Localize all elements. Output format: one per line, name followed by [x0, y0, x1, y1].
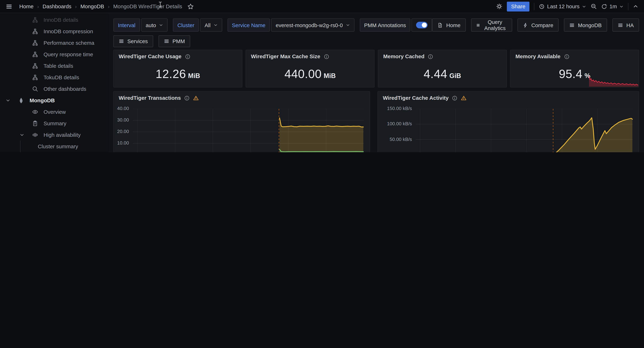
sidebar-item-overview[interactable]: Overview — [0, 106, 108, 118]
sidebar-item-query-response-time[interactable]: Query response time — [0, 48, 108, 60]
sidebar-item-label: Performance schema — [44, 40, 94, 46]
panel-wiredtiger-transactions: WiredTiger Transactions 0.0010.0020.0030… — [114, 91, 370, 152]
panel-title[interactable]: WiredTiger Max Cache Size — [251, 54, 320, 60]
home-link-button[interactable]: Home — [432, 18, 466, 32]
service-name-value: everest-mongodb-w2g-rs0-0 — [276, 22, 343, 28]
mongodb-menu-button[interactable]: MongoDB — [564, 18, 607, 32]
cluster-select[interactable]: All — [200, 18, 222, 32]
sidebar-item-label: InnoDB details — [44, 17, 78, 23]
chevron-down-icon[interactable] — [6, 98, 18, 102]
sidebar-item-tokudb-details[interactable]: TokuDB details — [0, 72, 108, 83]
panel-title[interactable]: Memory Cached — [383, 54, 424, 60]
breadcrumb-separator: › — [37, 4, 39, 9]
service-name-select[interactable]: everest-mongodb-w2g-rs0-0 — [271, 18, 354, 32]
sidebar-item-mongodb[interactable]: MongoDB — [0, 94, 108, 106]
compare-link-button[interactable]: Compare — [518, 18, 559, 32]
y-axis-tick: 30.00 — [117, 118, 129, 122]
y-axis-tick: 50.00 kB/s — [390, 136, 412, 142]
stat-row: WiredTiger Cache Usage 12.26MiB WiredTig… — [114, 50, 639, 87]
y-axis: 0.0010.0020.0030.0040.00 — [114, 109, 133, 152]
compare-link-label: Compare — [531, 22, 553, 28]
info-icon[interactable] — [428, 54, 434, 59]
sitemap-icon — [32, 40, 39, 46]
info-icon[interactable] — [564, 54, 570, 59]
y-axis-tick: 10.00 — [117, 140, 129, 145]
sidebar-item-cluster-summary[interactable]: Cluster summary — [0, 140, 108, 152]
sidebar-item-performance-schema[interactable]: Performance schema — [0, 37, 108, 48]
panel-memory-cached: Memory Cached 4.44GiB — [378, 50, 507, 87]
collapse-topbar-chevron-up-icon[interactable] — [633, 4, 638, 9]
waveform-icon — [32, 132, 39, 138]
chevron-down-icon[interactable] — [20, 132, 32, 137]
cluster-value: All — [204, 22, 210, 28]
panel-wiredtiger-max-cache-size: WiredTiger Max Cache Size 440.00MiB — [246, 50, 374, 87]
y-axis-tick: 150.00 kB/s — [387, 106, 412, 111]
refresh-button[interactable]: 1m — [601, 3, 624, 9]
y-axis-tick: 20.00 — [117, 129, 129, 134]
sidebar-item-table-details[interactable]: Table details — [0, 60, 108, 72]
pmm-annotations-label: PMM Annotations — [360, 18, 410, 32]
sidebar-item-label: Other dashboards — [44, 86, 86, 92]
panel-title[interactable]: WiredTiger Cache Activity — [383, 95, 448, 101]
panel-memory-available: Memory Available 95.4% — [510, 50, 639, 87]
ha-menu-button[interactable]: HA — [612, 18, 639, 32]
y-axis-tick: 0.00 B/s — [395, 152, 412, 152]
breadcrumb-home[interactable]: Home — [19, 3, 34, 9]
sidebar-item-label: Cluster summary — [38, 143, 78, 149]
sidebar-list: InnoDB detailsInnoDB compressionPerforma… — [0, 13, 108, 152]
y-axis-tick: 0.00 — [120, 152, 129, 152]
dashboard-settings-gear-icon[interactable] — [496, 3, 502, 9]
zoom-out-icon[interactable] — [590, 3, 597, 9]
chart-plot[interactable] — [416, 109, 633, 152]
sidebar-item-high-availability[interactable]: High availability — [0, 129, 108, 140]
chart-plot[interactable] — [133, 109, 364, 152]
breadcrumb-mongodb[interactable]: MongoDB — [80, 3, 104, 9]
favorite-star-icon[interactable] — [188, 3, 194, 10]
sidebar-item-other-dashboards[interactable]: Other dashboards — [0, 83, 108, 94]
sidebar-item-label: Query response time — [44, 51, 93, 57]
panel-title[interactable]: Memory Available — [516, 54, 560, 60]
sitemap-icon — [32, 62, 39, 69]
info-icon[interactable] — [184, 95, 190, 101]
divider — [628, 3, 628, 10]
share-button[interactable]: Share — [507, 2, 530, 11]
pmm-annotations-toggle[interactable] — [412, 18, 432, 32]
sidebar-item-summary[interactable]: Summary — [0, 118, 108, 129]
home-link-label: Home — [446, 22, 460, 28]
main-content: Interval auto Cluster All Service Name e… — [108, 13, 644, 152]
sidebar-item-replset-summary[interactable]: ReplSet summary — [0, 152, 108, 152]
query-analytics-link-button[interactable]: Query Analytics — [471, 18, 512, 32]
panel-title[interactable]: WiredTiger Transactions — [119, 95, 181, 101]
info-icon[interactable] — [185, 54, 190, 59]
panel-title[interactable]: WiredTiger Cache Usage — [119, 54, 182, 60]
text-cursor — [158, 1, 163, 8]
warning-icon[interactable] — [461, 95, 467, 101]
y-axis-tick: 40.00 — [117, 106, 129, 111]
service-name-label: Service Name — [228, 18, 270, 32]
menu-toggle-icon[interactable] — [6, 3, 12, 10]
services-menu-button[interactable]: Services — [114, 35, 153, 47]
warning-icon[interactable] — [193, 95, 199, 101]
interval-label: Interval — [114, 18, 140, 32]
pmm-menu-button[interactable]: PMM — [158, 35, 190, 47]
pmm-menu-label: PMM — [172, 38, 185, 44]
grafana-dashboard: Home › Dashboards › MongoDB › MongoDB Wi… — [0, 0, 644, 152]
sidebar-item-label: MongoDB — [30, 97, 55, 103]
sidebar-item-innodb-compression[interactable]: InnoDB compression — [0, 26, 108, 37]
interval-select[interactable]: auto — [141, 18, 168, 32]
sitemap-icon — [32, 74, 39, 80]
stat-value: 440.00MiB — [246, 68, 374, 81]
sidebar-item-label: InnoDB compression — [44, 28, 93, 34]
breadcrumb-separator: › — [108, 4, 110, 9]
sidebar-item-innodb-details[interactable]: InnoDB details — [0, 14, 108, 26]
interval-value: auto — [146, 22, 156, 28]
stat-value: 12.26MiB — [114, 68, 242, 81]
breadcrumb-dashboards[interactable]: Dashboards — [42, 3, 72, 9]
info-icon[interactable] — [324, 54, 329, 59]
search-icon — [32, 86, 39, 92]
services-menu-label: Services — [127, 38, 148, 44]
info-icon[interactable] — [452, 95, 458, 101]
indent-guide — [20, 152, 20, 152]
chart-canvas — [416, 109, 633, 152]
time-range-picker[interactable]: Last 12 hours — [539, 3, 586, 9]
